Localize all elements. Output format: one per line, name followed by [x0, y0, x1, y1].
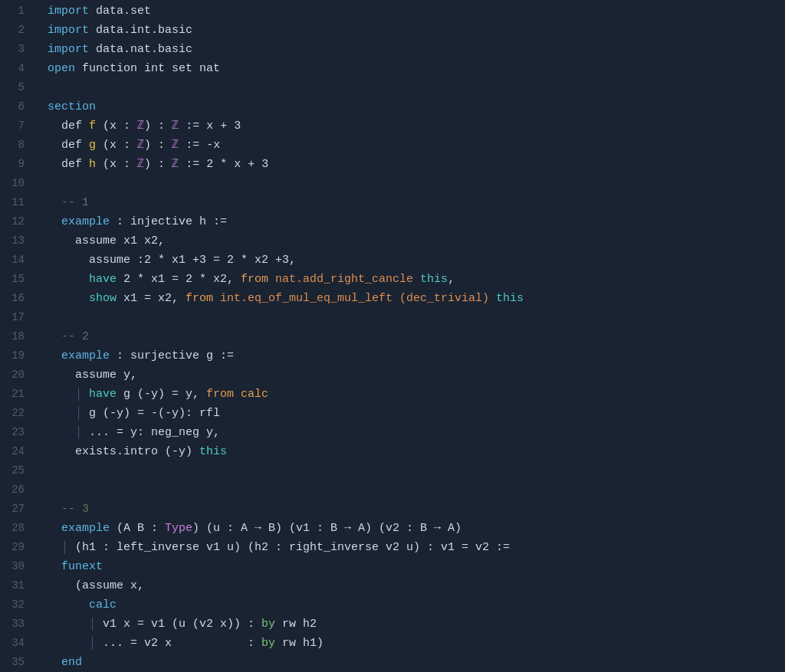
- token: ) :: [144, 155, 172, 174]
- token: -- 3: [48, 500, 89, 519]
- token: ℤ: [137, 155, 144, 174]
- code-line: import data.set: [48, 2, 785, 21]
- line-number: 35: [0, 653, 25, 672]
- line-number: 3: [0, 40, 25, 59]
- code-line: -- 3: [48, 500, 785, 519]
- token: (x :: [96, 136, 137, 155]
- code-line: │ have g (-y) = y, from calc: [48, 385, 785, 404]
- token: this: [496, 289, 524, 308]
- code-line: exists.intro (-y) this: [48, 442, 785, 461]
- token: ) (u : A → B) (v1 : B → A) (v2 : B → A): [192, 519, 461, 538]
- line-number: 9: [0, 155, 25, 174]
- code-line: def f (x : ℤ) : ℤ := x + 3: [48, 116, 785, 136]
- code-editor: 1234567891011121314151617181920212223242…: [0, 0, 785, 672]
- token: funext: [48, 557, 103, 576]
- token: section: [48, 97, 96, 116]
- code-line: -- 1: [48, 193, 785, 212]
- code-line: example (A B : Type) (u : A → B) (v1 : B…: [48, 519, 785, 538]
- token: rw h1): [275, 634, 324, 653]
- code-line: [48, 308, 785, 327]
- code-line: example : injective h :=: [48, 212, 785, 231]
- line-number: 19: [0, 346, 25, 366]
- line-number: 33: [0, 615, 25, 634]
- token: -- 1: [48, 193, 89, 212]
- line-number: 21: [0, 385, 25, 404]
- token: by: [261, 615, 275, 634]
- token: │: [75, 404, 82, 423]
- line-number: 29: [0, 538, 25, 557]
- token: open: [48, 59, 75, 78]
- code-line: │ (h1 : left_inverse v1 u) (h2 : right_i…: [48, 538, 785, 557]
- token: nat.add_right_cancle: [268, 270, 420, 289]
- token: end: [48, 653, 82, 672]
- line-number: 12: [0, 212, 25, 231]
- code-line: [48, 461, 785, 480]
- token: │: [75, 423, 82, 442]
- token: exists.intro (-y): [48, 442, 199, 461]
- token: from: [186, 289, 213, 308]
- token: v1 x = v1 (u (v2 x)) :: [96, 615, 261, 634]
- token: by: [261, 634, 275, 653]
- token: g (-y) = -(-y): rfl: [82, 404, 220, 423]
- token: := -x: [179, 136, 220, 155]
- line-number: 6: [0, 97, 25, 116]
- token: def: [48, 136, 89, 155]
- token: [48, 385, 75, 404]
- token: [48, 404, 75, 423]
- token: have: [82, 385, 117, 404]
- line-number: 14: [0, 251, 25, 270]
- token: │: [89, 634, 96, 653]
- token: : surjective g :=: [110, 346, 234, 366]
- token: example: [48, 519, 110, 538]
- token: data.int.basic: [89, 21, 192, 40]
- line-number: 5: [0, 78, 25, 97]
- line-number: 8: [0, 136, 25, 155]
- line-number: 4: [0, 59, 25, 78]
- code-line: │ g (-y) = -(-y): rfl: [48, 404, 785, 423]
- token: int.eq_of_mul_eq_mul_left (dec_trivial): [213, 289, 496, 308]
- token: [48, 538, 61, 557]
- line-number: 34: [0, 634, 25, 653]
- code-line: [48, 174, 785, 193]
- token: [48, 634, 89, 653]
- token: ℤ: [172, 116, 179, 136]
- token: import: [48, 2, 89, 21]
- line-number: 26: [0, 480, 25, 500]
- code-line: │ ... = y: neg_neg y,: [48, 423, 785, 442]
- code-line: calc: [48, 595, 785, 615]
- code-line: example : surjective g :=: [48, 346, 785, 366]
- token: import: [48, 40, 89, 59]
- token: data.set: [89, 2, 151, 21]
- token: ) :: [144, 136, 172, 155]
- token: 2 * x1 = 2 * x2,: [117, 270, 241, 289]
- line-number: 24: [0, 442, 25, 461]
- token: this: [199, 442, 227, 461]
- line-number: 22: [0, 404, 25, 423]
- line-number: 20: [0, 366, 25, 385]
- token: ) :: [144, 116, 172, 136]
- token: ... = y: neg_neg y,: [82, 423, 220, 442]
- code-lines: import data.setimport data.int.basicimpo…: [32, 0, 785, 672]
- code-line: assume :2 * x1 +3 = 2 * x2 +3,: [48, 251, 785, 270]
- line-number: 1: [0, 2, 25, 21]
- token: example: [48, 212, 110, 231]
- code-line: def h (x : ℤ) : ℤ := 2 * x + 3: [48, 155, 785, 174]
- token: ℤ: [137, 116, 144, 136]
- token: │: [61, 538, 68, 557]
- code-line: -- 2: [48, 327, 785, 346]
- code-line: (assume x,: [48, 576, 785, 595]
- token: data.nat.basic: [89, 40, 192, 59]
- token: calc: [48, 595, 117, 615]
- token: := 2 * x + 3: [179, 155, 268, 174]
- token: def: [48, 116, 89, 136]
- token: have: [48, 270, 117, 289]
- token: (h1 : left_inverse v1 u) (h2 : right_inv…: [68, 538, 510, 557]
- token: import: [48, 21, 89, 40]
- code-line: section: [48, 97, 785, 116]
- token: (x :: [96, 116, 137, 136]
- line-number: 23: [0, 423, 25, 442]
- token: (A B :: [110, 519, 165, 538]
- token: : injective h :=: [110, 212, 227, 231]
- line-number: 31: [0, 576, 25, 595]
- token: assume y,: [48, 366, 137, 385]
